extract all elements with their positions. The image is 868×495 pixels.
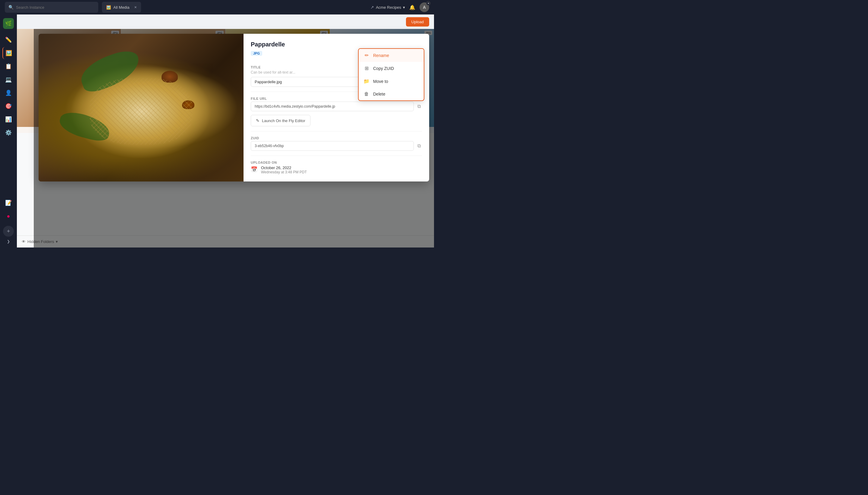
launch-editor-label: Launch On the Fly Editor bbox=[262, 118, 305, 123]
context-menu-copy-zuid[interactable]: ⊞ Copy ZUID bbox=[359, 62, 424, 75]
avatar[interactable]: A ✕ bbox=[419, 2, 429, 12]
food-mushroom-1 bbox=[161, 71, 178, 83]
instance-label: ↗ Acme Recipes ▾ bbox=[370, 5, 405, 10]
upload-date: October 26, 2022 bbox=[261, 166, 307, 170]
instance-name: Acme Recipes bbox=[376, 5, 401, 10]
image-type-badge: JPG bbox=[251, 51, 262, 56]
sidebar-item-users[interactable]: 👤 bbox=[2, 87, 15, 99]
sidebar-item-seo[interactable]: 🎯 bbox=[2, 100, 15, 112]
sidebar-item-status[interactable]: ● bbox=[2, 210, 15, 222]
main-area: Upload JPG Pizza.jpg JPG Noodles.jpg JPG… bbox=[17, 15, 434, 248]
search-input[interactable] bbox=[16, 5, 94, 10]
avatar-close-icon: ✕ bbox=[426, 1, 430, 5]
calendar-icon: 📅 bbox=[251, 166, 257, 173]
all-media-tab[interactable]: 🖼️ All Media ✕ bbox=[102, 2, 141, 13]
chevron-down-icon: ▾ bbox=[403, 5, 405, 10]
sidebar-expand-button[interactable]: ❯ bbox=[3, 239, 14, 244]
upload-button[interactable]: Upload bbox=[406, 17, 429, 27]
food-mushroom-2 bbox=[182, 100, 194, 109]
uploaded-on-section: UPLOADED ON 📅 October 26, 2022 Wednesday… bbox=[251, 161, 422, 174]
pencil-icon: ✎ bbox=[256, 118, 260, 123]
upload-bar: Upload bbox=[401, 15, 434, 29]
file-url-input[interactable] bbox=[251, 102, 414, 111]
search-input-wrapper[interactable]: 🔍 bbox=[5, 2, 98, 13]
eye-icon: 👁 bbox=[22, 239, 25, 244]
uploaded-on-label: UPLOADED ON bbox=[251, 161, 422, 164]
notification-bell-icon[interactable]: 🔔 bbox=[409, 4, 415, 10]
sidebar-add-button[interactable]: + bbox=[3, 226, 14, 237]
tab-label: All Media bbox=[113, 5, 129, 10]
delete-icon: 🗑 bbox=[363, 91, 369, 97]
sidebar-item-notes[interactable]: 📝 bbox=[2, 197, 15, 209]
food-garnish-2 bbox=[57, 109, 112, 143]
move-to-icon: 📁 bbox=[363, 79, 369, 84]
app-logo[interactable]: 🌿 bbox=[3, 18, 14, 29]
context-menu-rename[interactable]: ✏ Rename bbox=[359, 49, 424, 62]
external-link-icon: ↗ bbox=[370, 5, 374, 10]
delete-label: Delete bbox=[373, 92, 385, 97]
rename-icon: ✏ bbox=[363, 52, 369, 58]
food-garnish-1 bbox=[76, 47, 144, 95]
zuid-input[interactable] bbox=[251, 141, 414, 151]
pasta-image bbox=[39, 34, 244, 182]
upload-date-row: 📅 October 26, 2022 Wednesday at 3:48 PM … bbox=[251, 166, 422, 174]
modal-info-panel: Pappardelle JPG Title Can be used for al… bbox=[244, 34, 429, 182]
sidebar-bottom: 📝 ● + ❯ bbox=[2, 197, 15, 244]
sidebar-item-code[interactable]: 💻 bbox=[2, 73, 15, 86]
media-tab-icon: 🖼️ bbox=[106, 5, 111, 10]
search-icon: 🔍 bbox=[8, 5, 14, 10]
zuid-row: ⧉ bbox=[251, 141, 422, 151]
modal-overlay: Pappardelle JPG Title Can be used for al… bbox=[34, 29, 434, 248]
rename-label: Rename bbox=[373, 53, 389, 58]
divider-2 bbox=[251, 131, 422, 132]
modal-title: Pappardelle bbox=[251, 41, 422, 48]
copy-zuidid-label: Copy ZUID bbox=[373, 66, 394, 71]
context-menu-delete[interactable]: 🗑 Delete bbox=[359, 88, 424, 100]
sidebar-item-media[interactable]: 🖼️ bbox=[2, 47, 15, 59]
top-bar: 🔍 🖼️ All Media ✕ ↗ Acme Recipes ▾ 🔔 A ✕ bbox=[0, 0, 434, 15]
sidebar-item-content[interactable]: 📋 bbox=[2, 60, 15, 72]
move-to-label: Move to bbox=[373, 79, 388, 84]
upload-time: Wednesday at 3:48 PM PDT bbox=[261, 170, 307, 174]
sidebar-item-settings[interactable]: ⚙️ bbox=[2, 126, 15, 139]
context-menu-move-to[interactable]: 📁 Move to bbox=[359, 75, 424, 88]
copy-url-button[interactable]: ⧉ bbox=[416, 102, 422, 110]
sidebar-item-analytics[interactable]: 📊 bbox=[2, 113, 15, 125]
file-url-row: ⧉ bbox=[251, 102, 422, 111]
sidebar-item-edit[interactable]: ✏️ bbox=[2, 34, 15, 46]
top-bar-right: ↗ Acme Recipes ▾ 🔔 A ✕ bbox=[370, 2, 429, 12]
sidebar: 🌿 ✏️ 🖼️ 📋 💻 👤 🎯 📊 ⚙️ 📝 ● + ❯ bbox=[0, 15, 17, 248]
modal: Pappardelle JPG Title Can be used for al… bbox=[39, 34, 429, 182]
copy-zuidid-icon: ⊞ bbox=[363, 65, 369, 71]
context-menu: ✏ Rename ⊞ Copy ZUID 📁 Move to 🗑 Delete bbox=[358, 48, 424, 101]
zuid-field-label: ZUID bbox=[251, 136, 422, 140]
launch-editor-button[interactable]: ✎ Launch On the Fly Editor bbox=[251, 115, 310, 126]
modal-image-panel bbox=[39, 34, 244, 182]
upload-date-info: October 26, 2022 Wednesday at 3:48 PM PD… bbox=[261, 166, 307, 174]
tab-close-icon[interactable]: ✕ bbox=[134, 5, 137, 9]
copy-zuid-button[interactable]: ⧉ bbox=[416, 142, 422, 150]
